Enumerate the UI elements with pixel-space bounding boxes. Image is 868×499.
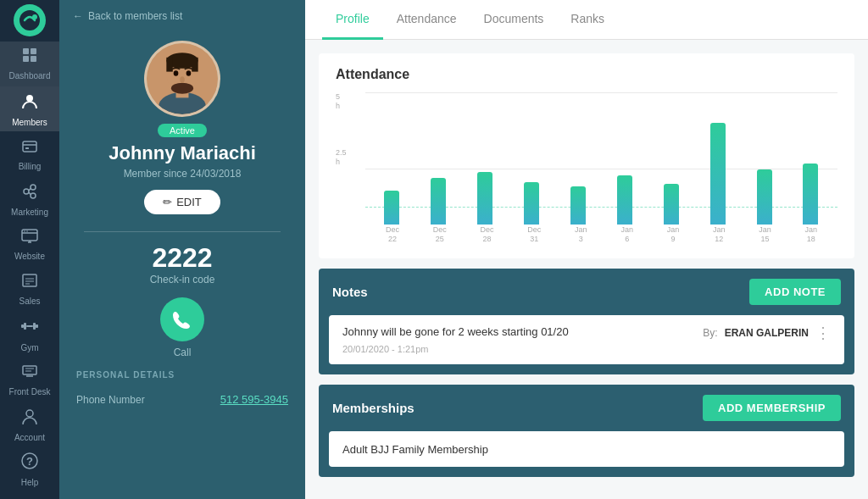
call-label: Call — [174, 347, 192, 358]
checkin-label: Check-in code — [150, 274, 215, 286]
chart-bars-area: Dec 22Dec 25Dec 28Dec 31Jan 3Jan 6Jan 9J… — [365, 92, 837, 245]
sales-icon — [21, 272, 38, 293]
bar-5 — [617, 175, 632, 225]
frontdesk-icon — [21, 363, 38, 384]
note-top: Johnny will be gone for 2 weeks starting… — [342, 325, 831, 341]
x-label-5: Jan 6 — [620, 225, 633, 245]
membership-card: Adult BJJ Family Membership — [329, 431, 844, 467]
bar-0 — [384, 191, 399, 225]
profile-panel: ← Back to members list — [59, 0, 305, 499]
call-button[interactable] — [160, 297, 204, 341]
svg-point-47 — [180, 76, 185, 82]
svg-rect-26 — [24, 323, 26, 330]
tabs-bar: Profile Attendance Documents Ranks — [305, 0, 868, 40]
account-label: Account — [14, 433, 45, 442]
add-note-button[interactable]: ADD NOTE — [749, 279, 841, 305]
phone-value[interactable]: 512 595-3945 — [220, 393, 288, 406]
sidebar-item-gym[interactable]: Gym — [0, 312, 59, 357]
tab-documents[interactable]: Documents — [470, 0, 558, 40]
note-meta: By: ERAN GALPERIN ⋮ — [703, 325, 831, 341]
sidebar-item-billing[interactable]: Billing — [0, 131, 59, 176]
note-options-button[interactable]: ⋮ — [815, 325, 831, 341]
x-label-1: Dec 25 — [433, 225, 447, 245]
edit-label: EDIT — [176, 196, 202, 208]
sidebar-item-account[interactable]: Account — [0, 402, 59, 447]
app-logo[interactable] — [14, 4, 46, 36]
help-icon: ? — [20, 452, 39, 474]
bar-6 — [664, 184, 679, 225]
help-label: Help — [21, 478, 39, 487]
sidebar: Dashboard Members Billing — [0, 0, 59, 499]
x-label-2: Dec 28 — [480, 225, 493, 245]
edit-button[interactable]: ✏ EDIT — [144, 190, 220, 214]
x-labels: Dec 22Dec 25Dec 28Dec 31Jan 3Jan 6Jan 9J… — [365, 225, 837, 245]
members-icon — [20, 91, 39, 114]
website-label: Website — [14, 252, 45, 261]
svg-point-17 — [26, 230, 28, 232]
svg-line-13 — [29, 192, 31, 195]
x-label-4: Jan 3 — [575, 225, 587, 245]
sidebar-item-marketing[interactable]: Marketing — [0, 176, 59, 221]
sidebar-item-website[interactable]: Website — [0, 222, 59, 267]
svg-point-44 — [171, 83, 193, 94]
note-date: 20/01/2020 - 1:21pm — [342, 344, 831, 354]
add-membership-button[interactable]: ADD MEMBERSHIP — [703, 395, 841, 421]
member-since: Member since 24/03/2018 — [124, 168, 242, 180]
marketing-label: Marketing — [11, 208, 48, 217]
svg-rect-24 — [21, 324, 24, 328]
main-content: Profile Attendance Documents Ranks Atten… — [305, 0, 868, 499]
svg-rect-43 — [192, 58, 198, 72]
svg-rect-8 — [25, 147, 29, 149]
tab-ranks[interactable]: Ranks — [557, 0, 618, 40]
dashboard-label: Dashboard — [9, 71, 51, 80]
tab-profile[interactable]: Profile — [322, 0, 383, 40]
edit-icon: ✏ — [163, 196, 172, 208]
sidebar-item-dashboard[interactable]: Dashboard — [0, 42, 59, 86]
phone-icon — [171, 308, 193, 330]
svg-text:?: ? — [26, 455, 33, 468]
x-label-7: Jan 12 — [713, 225, 726, 245]
back-label: Back to members list — [88, 10, 182, 22]
account-icon — [20, 407, 39, 430]
dashboard-icon — [21, 47, 38, 68]
svg-rect-4 — [23, 56, 29, 62]
svg-point-33 — [26, 410, 33, 417]
chart-y-labels: 5 h 2.5 h — [336, 92, 361, 245]
y-label-25h: 2.5 h — [336, 148, 361, 167]
y-label-5h: 5 h — [336, 92, 361, 111]
svg-point-16 — [24, 230, 25, 232]
sidebar-item-sales[interactable]: Sales — [0, 267, 59, 312]
frontdesk-label: Front Desk — [9, 387, 51, 396]
svg-point-45 — [174, 70, 179, 76]
bar-7 — [710, 123, 726, 225]
bars-wrapper — [365, 92, 837, 225]
memberships-title: Memberships — [332, 401, 415, 415]
back-to-members-link[interactable]: ← Back to members list — [59, 0, 305, 32]
note-by-label: By: — [703, 327, 717, 339]
bar-4 — [570, 186, 586, 225]
svg-point-10 — [31, 185, 36, 190]
divider — [84, 231, 281, 232]
notes-section: Notes ADD NOTE Johnny will be gone for 2… — [319, 269, 854, 374]
sidebar-logo — [0, 0, 59, 42]
svg-point-1 — [32, 14, 37, 19]
chart-container: 5 h 2.5 h Dec 22Dec 25Dec 28Dec 31Jan 3J… — [336, 92, 837, 245]
notes-title: Notes — [332, 285, 368, 299]
x-label-0: Dec 22 — [386, 225, 399, 245]
tab-attendance[interactable]: Attendance — [383, 0, 470, 40]
svg-rect-3 — [31, 48, 36, 54]
svg-rect-27 — [33, 323, 36, 330]
svg-line-12 — [29, 189, 31, 191]
svg-rect-29 — [23, 366, 36, 374]
sales-label: Sales — [19, 297, 40, 306]
svg-rect-28 — [26, 325, 33, 327]
sidebar-item-frontdesk[interactable]: Front Desk — [0, 357, 59, 402]
sidebar-item-members[interactable]: Members — [0, 86, 59, 131]
svg-rect-7 — [23, 141, 36, 152]
website-icon — [21, 227, 38, 248]
personal-details-heading: PERSONAL DETAILS — [59, 370, 175, 380]
bar-3 — [524, 182, 539, 225]
sidebar-item-help[interactable]: ? Help — [0, 447, 59, 492]
membership-name: Adult BJJ Family Membership — [342, 443, 488, 456]
svg-point-0 — [19, 9, 41, 31]
